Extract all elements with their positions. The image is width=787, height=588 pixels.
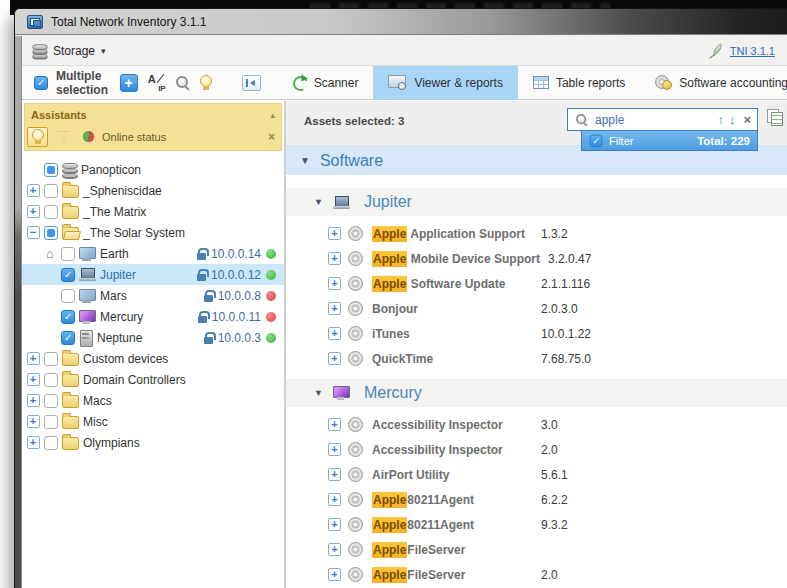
expand-toggle-icon[interactable]: + [27, 373, 40, 386]
tree-checkbox[interactable] [44, 436, 58, 450]
tree-checkbox[interactable] [44, 184, 58, 198]
offline-status-dot [266, 291, 276, 301]
collapse-icon[interactable] [270, 110, 275, 120]
expand-toggle-icon[interactable]: + [328, 352, 341, 365]
multiple-selection-checkbox[interactable] [34, 76, 48, 90]
software-row[interactable]: +Apple80211Agent9.3.2 [286, 512, 787, 537]
expand-toggle-icon[interactable]: + [328, 518, 341, 531]
expand-toggle-icon[interactable]: + [328, 418, 341, 431]
tni-version-link[interactable]: TNI 3.1.1 [730, 45, 775, 57]
tree-item-label: Macs [83, 394, 112, 408]
collapse-triangle-icon[interactable] [314, 388, 323, 398]
tree-row[interactable]: Mars10.0.0.8 [22, 285, 284, 306]
tree-row[interactable]: Mercury10.0.0.11 [22, 306, 284, 327]
expand-toggle-icon[interactable]: + [328, 468, 341, 481]
software-row[interactable]: +Apple Mobile Device Support3.2.0.47 [286, 246, 787, 271]
search-icon[interactable] [175, 75, 191, 91]
tree-checkbox[interactable] [44, 205, 58, 219]
collapse-triangle-icon[interactable] [314, 197, 323, 207]
report-copy-button[interactable] [766, 109, 787, 125]
funnel-filter-button[interactable] [53, 127, 74, 147]
close-icon[interactable] [268, 130, 275, 144]
tree-checkbox[interactable] [61, 331, 75, 345]
expand-toggle-icon[interactable]: + [328, 568, 341, 581]
software-row[interactable]: +AppleFileServer [286, 537, 787, 562]
tree-row[interactable]: +Custom devices [22, 348, 284, 369]
filter-checkbox[interactable] [590, 134, 603, 147]
expand-toggle-icon[interactable]: + [328, 493, 341, 506]
disc-icon [348, 351, 363, 366]
tree-checkbox[interactable] [44, 373, 58, 387]
tree-item-label: Earth [100, 247, 129, 261]
app-window-icon [27, 15, 43, 29]
storage-menu[interactable]: Storage [53, 44, 95, 58]
tree-checkbox[interactable] [61, 289, 75, 303]
a-ip-button[interactable]: A IP [147, 75, 166, 91]
collapse-triangle-icon[interactable] [300, 155, 310, 166]
search-highlight: Apple [372, 276, 407, 292]
software-row[interactable]: +AppleFileServer2.0 [286, 562, 787, 587]
tree-row[interactable]: +_The Matrix [22, 201, 284, 222]
tree-row[interactable]: −_The Solar System [22, 222, 284, 243]
expand-toggle-icon[interactable]: − [27, 226, 40, 239]
group-header-mercury[interactable]: Mercury [286, 379, 787, 407]
expand-toggle-icon[interactable]: + [328, 543, 341, 556]
tree-row[interactable]: Jupiter10.0.0.12 [22, 264, 284, 285]
chevron-down-icon[interactable] [101, 46, 106, 56]
expand-toggle-icon[interactable]: + [27, 352, 40, 365]
expand-toggle-icon[interactable]: + [27, 436, 40, 449]
expand-toggle-icon[interactable]: + [27, 415, 40, 428]
lightbulb-icon[interactable] [200, 75, 212, 91]
tree-checkbox[interactable] [44, 352, 58, 366]
software-row[interactable]: +Bonjour2.0.3.0 [286, 296, 787, 321]
expand-toggle-icon[interactable]: + [328, 252, 341, 265]
tree-row[interactable]: Earth10.0.0.14 [22, 243, 284, 264]
expand-toggle-icon[interactable]: + [27, 394, 40, 407]
expand-toggle-icon[interactable]: + [328, 227, 341, 240]
tree-row[interactable]: +Macs [22, 390, 284, 411]
tab-software-accounting[interactable]: Software accounting [640, 66, 787, 100]
tab-table-reports[interactable]: Table reports [518, 66, 640, 100]
tree-checkbox[interactable] [44, 394, 58, 408]
tree-row[interactable]: +Olympians [22, 432, 284, 453]
tree-row[interactable]: +_Spheniscidae [22, 180, 284, 201]
lightbulb-filter-button[interactable] [27, 127, 48, 147]
expand-toggle-icon[interactable]: + [328, 302, 341, 315]
tree-row[interactable]: +Misc [22, 411, 284, 432]
software-row[interactable]: +Accessibility Inspector2.0 [286, 437, 787, 462]
software-row[interactable]: +QuickTime7.68.75.0 [286, 346, 787, 371]
window-titlebar[interactable]: Total Network Inventory 3.1.1 [15, 9, 787, 35]
group-header-jupiter[interactable]: Jupiter [286, 188, 787, 216]
tab-viewer-reports[interactable]: Viewer & reports [373, 66, 517, 100]
tree-row[interactable]: Panopticon [22, 159, 284, 180]
expand-toggle-icon[interactable]: + [27, 205, 40, 218]
expand-toggle-icon[interactable]: + [328, 327, 341, 340]
tree-checkbox[interactable] [61, 247, 75, 261]
expand-toggle-icon[interactable]: + [328, 277, 341, 290]
software-row[interactable]: +Accessibility Inspector3.0 [286, 412, 787, 437]
tree-row[interactable]: Neptune10.0.0.3 [22, 327, 284, 348]
disc-icon [348, 492, 363, 507]
tree-expand-slot [43, 246, 57, 261]
panel-toggle-button[interactable] [242, 75, 261, 91]
find-previous-icon[interactable] [717, 112, 724, 127]
find-next-icon[interactable] [729, 112, 736, 127]
clear-search-icon[interactable] [743, 112, 751, 127]
tree-row[interactable]: +Domain Controllers [22, 369, 284, 390]
tree-checkbox[interactable] [44, 163, 58, 177]
expand-toggle-icon[interactable]: + [328, 443, 341, 456]
tree-checkbox[interactable] [61, 268, 75, 282]
software-row[interactable]: +iTunes10.0.1.22 [286, 321, 787, 346]
report-copy-icon [766, 109, 783, 125]
software-row[interactable]: +Apple Software Update2.1.1.116 [286, 271, 787, 296]
tree-checkbox[interactable] [44, 415, 58, 429]
tree-checkbox[interactable] [44, 226, 58, 240]
software-row[interactable]: +Apple80211Agent6.2.2 [286, 487, 787, 512]
add-button[interactable] [120, 74, 138, 92]
search-input[interactable] [595, 113, 712, 127]
tab-scanner[interactable]: Scanner [277, 66, 374, 100]
expand-toggle-icon[interactable]: + [27, 184, 40, 197]
software-row[interactable]: +AirPort Utility5.6.1 [286, 462, 787, 487]
software-row[interactable]: +Apple Application Support1.3.2 [286, 221, 787, 246]
tree-checkbox[interactable] [61, 310, 75, 324]
